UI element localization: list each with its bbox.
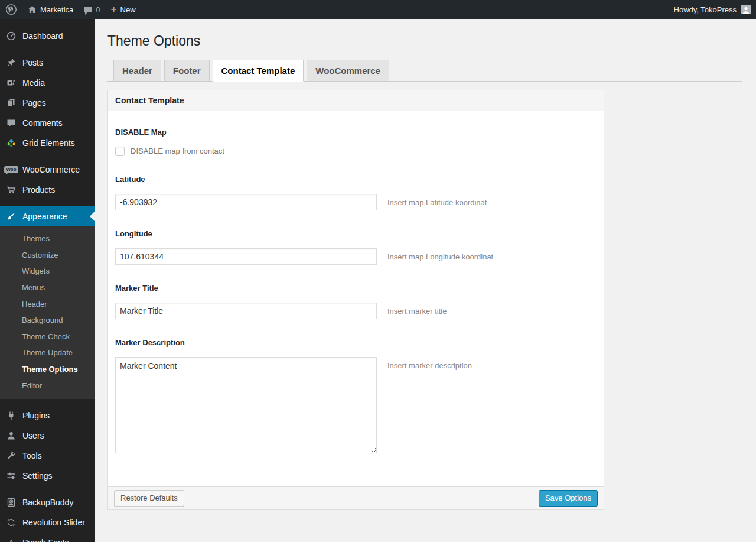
sidebar-item-label: Products: [22, 184, 55, 195]
sidebar-item-backupbuddy[interactable]: BackupBuddy: [0, 492, 94, 512]
field-marker-title: Marker Title Insert marker title: [115, 284, 597, 319]
sidebar-item-pages[interactable]: Pages: [0, 93, 94, 113]
admin-bar: Marketica 0 + New Howdy, TokoPress: [0, 0, 756, 19]
woocommerce-icon: Woo: [5, 166, 17, 173]
plus-icon: +: [111, 4, 117, 14]
disable-map-checkbox[interactable]: [115, 147, 125, 156]
current-menu-arrow: [90, 212, 94, 221]
comments-icon: [84, 7, 92, 12]
sidebar-item-label: Plugins: [22, 410, 50, 421]
field-label: DISABLE Map: [115, 128, 597, 137]
pushpin-icon: [5, 58, 17, 67]
tab-contact-template[interactable]: Contact Template: [213, 60, 304, 82]
sidebar-item-label: Punch Fonts: [22, 537, 69, 542]
tab-footer[interactable]: Footer: [164, 60, 210, 82]
page-title: Theme Options: [107, 33, 742, 50]
field-label: Latitude: [115, 175, 597, 184]
sidebar-item-products[interactable]: Products: [0, 180, 94, 200]
sidebar-item-label: Posts: [22, 57, 43, 68]
sidebar-item-label: Media: [22, 77, 45, 88]
submenu-item-header[interactable]: Header: [0, 296, 94, 313]
sidebar-item-label: Tools: [22, 450, 42, 461]
field-marker-description: Marker Description Marker Content Insert…: [115, 338, 597, 453]
field-latitude: Latitude Insert map Latitude koordinat: [115, 175, 597, 210]
backupbuddy-icon: [5, 498, 17, 507]
marker-title-input[interactable]: [115, 303, 377, 319]
checkbox-label[interactable]: DISABLE map from contact: [131, 147, 224, 155]
grid-elements-icon: [5, 138, 17, 148]
submenu-item-customize[interactable]: Customize: [0, 247, 94, 264]
submenu-item-theme-options[interactable]: Theme Options: [0, 361, 94, 378]
submenu-item-menus[interactable]: Menus: [0, 280, 94, 296]
panel-body: DISABLE Map DISABLE map from contact Lat…: [108, 111, 604, 486]
submenu-item-editor[interactable]: Editor: [0, 378, 94, 394]
site-menu[interactable]: Marketica: [22, 0, 79, 19]
appearance-submenu: Themes Customize Widgets Menus Header Ba…: [0, 226, 94, 399]
sidebar-item-tools[interactable]: Tools: [0, 446, 94, 466]
sidebar-item-label: Pages: [22, 98, 46, 108]
sidebar-item-appearance[interactable]: Appearance: [0, 206, 94, 226]
submenu-item-widgets[interactable]: Widgets: [0, 263, 94, 280]
panel-footer: Restore Defaults Save Options: [108, 486, 604, 509]
sidebar-item-woocommerce[interactable]: Woo WooCommerce: [0, 160, 94, 180]
settings-sliders-icon: [5, 471, 17, 481]
tab-woocommerce[interactable]: WooCommerce: [307, 60, 389, 82]
wordpress-logo-icon: [5, 4, 17, 15]
field-label: Longitude: [115, 229, 597, 238]
appearance-brush-icon: [5, 212, 17, 221]
media-icon: [5, 78, 17, 87]
sidebar-item-label: Grid Elements: [22, 138, 75, 148]
save-options-button[interactable]: Save Options: [539, 490, 598, 507]
howdy-text: Howdy, TokoPress: [674, 5, 737, 14]
submenu-item-theme-check[interactable]: Theme Check: [0, 329, 94, 345]
sidebar-item-plugins[interactable]: Plugins: [0, 405, 94, 426]
submenu-item-themes[interactable]: Themes: [0, 231, 94, 247]
sidebar-item-label: BackupBuddy: [22, 497, 73, 508]
field-hint: Insert marker description: [387, 357, 472, 370]
tab-header[interactable]: Header: [113, 60, 161, 82]
wrench-icon: [5, 451, 17, 460]
dashboard-icon: [5, 31, 17, 41]
sidebar-item-label: Settings: [22, 470, 53, 481]
new-content-menu[interactable]: + New: [106, 0, 141, 19]
marker-description-textarea[interactable]: Marker Content: [115, 357, 377, 453]
sidebar-item-dashboard[interactable]: Dashboard: [0, 26, 94, 46]
account-menu[interactable]: Howdy, TokoPress: [669, 0, 756, 19]
sidebar-item-settings[interactable]: Settings: [0, 466, 94, 486]
field-hint: Insert map Latitude koordinat: [387, 194, 487, 207]
sidebar-item-label: Appearance: [22, 211, 67, 222]
latitude-input[interactable]: [115, 194, 377, 210]
field-label: Marker Description: [115, 338, 597, 347]
sidebar-item-grid-elements[interactable]: Grid Elements: [0, 133, 94, 153]
comments-icon: [5, 118, 17, 128]
sidebar-item-label: WooCommerce: [22, 164, 80, 175]
contact-template-panel: Contact Template DISABLE Map DISABLE map…: [107, 90, 604, 510]
wp-logo-menu[interactable]: [0, 0, 22, 19]
pages-icon: [5, 98, 17, 108]
field-longitude: Longitude Insert map Longitude koordinat: [115, 229, 597, 265]
panel-title: Contact Template: [108, 90, 604, 111]
sidebar-item-revolution-slider[interactable]: Revolution Slider: [0, 512, 94, 533]
field-hint: Insert marker title: [387, 303, 447, 316]
sidebar-item-punch-fonts[interactable]: A Punch Fonts: [0, 533, 94, 542]
sidebar-item-comments[interactable]: Comments: [0, 113, 94, 133]
field-disable-map: DISABLE Map DISABLE map from contact: [115, 128, 597, 156]
submenu-item-theme-update[interactable]: Theme Update: [0, 345, 94, 361]
sidebar-item-media[interactable]: Media: [0, 73, 94, 93]
sidebar-item-label: Users: [22, 430, 44, 441]
letter-a-icon: A: [5, 538, 17, 542]
restore-defaults-button[interactable]: Restore Defaults: [114, 490, 184, 507]
sidebar-item-users[interactable]: Users: [0, 426, 94, 446]
sidebar-item-label: Dashboard: [22, 31, 63, 41]
sidebar-item-label: Comments: [22, 118, 63, 128]
field-label: Marker Title: [115, 284, 597, 293]
submenu-item-background[interactable]: Background: [0, 312, 94, 329]
comments-count: 0: [96, 5, 100, 14]
refresh-arrows-icon: [5, 518, 17, 527]
longitude-input[interactable]: [115, 248, 377, 265]
tab-bar: Header Footer Contact Template WooCommer…: [107, 60, 742, 82]
field-hint: Insert map Longitude koordinat: [387, 248, 493, 261]
comments-menu[interactable]: 0: [79, 0, 105, 19]
sidebar-item-posts[interactable]: Posts: [0, 53, 94, 73]
admin-sidebar: Dashboard Posts Media Pages Commen: [0, 19, 94, 542]
